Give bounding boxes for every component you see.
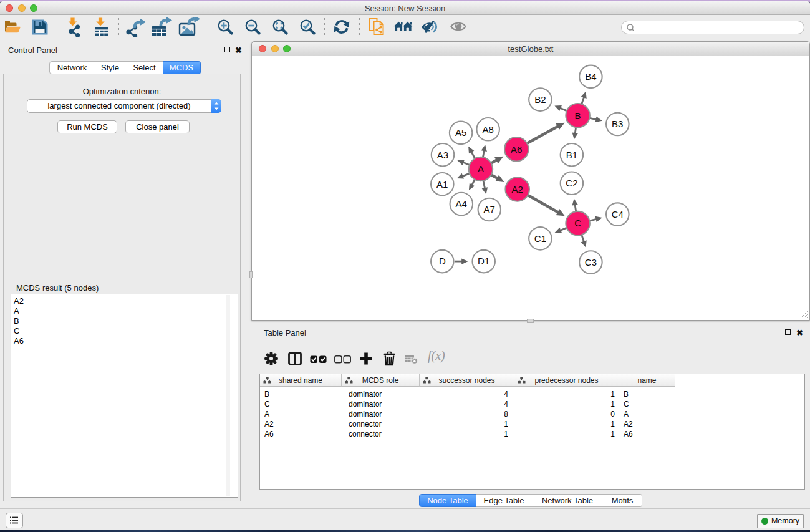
svg-text:B: B: [575, 110, 581, 121]
svg-text:C2: C2: [566, 178, 577, 188]
svg-text:D1: D1: [478, 256, 489, 266]
svg-text:A5: A5: [455, 127, 466, 138]
svg-text:B1: B1: [566, 150, 577, 160]
svg-text:A7: A7: [484, 204, 495, 215]
svg-text:C4: C4: [612, 209, 624, 220]
svg-text:C1: C1: [534, 233, 546, 244]
svg-text:A: A: [478, 163, 484, 174]
svg-text:A6: A6: [511, 144, 522, 155]
svg-text:A8: A8: [483, 124, 494, 135]
svg-text:B4: B4: [585, 71, 596, 82]
svg-text:B3: B3: [612, 118, 623, 129]
svg-text:A2: A2: [512, 184, 523, 195]
svg-text:A1: A1: [436, 179, 448, 190]
svg-text:A4: A4: [456, 198, 467, 209]
svg-text:C: C: [574, 218, 581, 228]
svg-text:A3: A3: [437, 150, 448, 160]
svg-text:C3: C3: [585, 257, 597, 268]
svg-text:D: D: [439, 256, 446, 266]
svg-text:B2: B2: [534, 94, 546, 105]
